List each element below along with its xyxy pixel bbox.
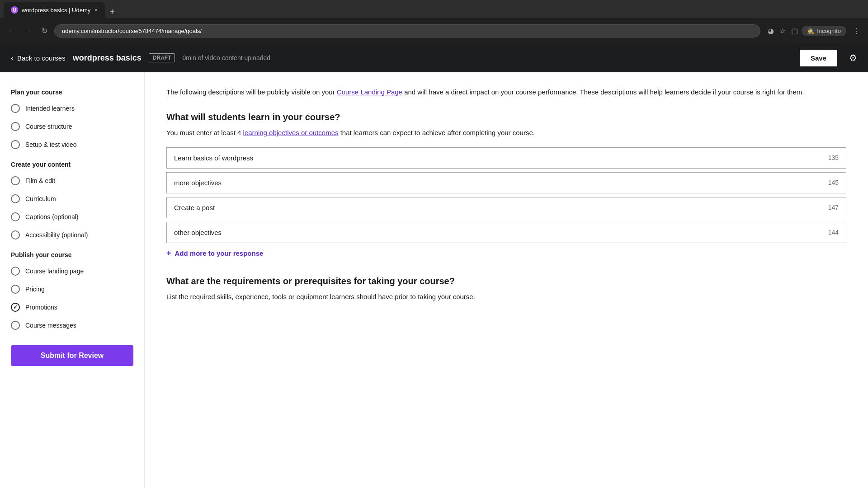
sidebar-item-curriculum[interactable]: Curriculum	[0, 190, 144, 208]
sidebar-item-intended-learners[interactable]: Intended learners	[0, 99, 144, 117]
requirements-text: List the required skills, experience, to…	[166, 292, 846, 302]
submit-for-review-button[interactable]: Submit for Review	[11, 345, 133, 366]
browser-chrome: U wordpress basics | Udemy × + ← → ↻ ude…	[0, 0, 868, 43]
sidebar-item-captions[interactable]: Captions (optional)	[0, 208, 144, 226]
description-text-1: The following descriptions will be publi…	[166, 88, 335, 96]
back-to-courses-label: Back to courses	[17, 54, 66, 62]
char-count-3: 144	[821, 229, 846, 236]
landing-page-link[interactable]: Course Landing Page	[337, 88, 402, 96]
objectives-link[interactable]: learning objectives or outcomes	[243, 129, 339, 136]
address-bar[interactable]: udemy.com/instructor/course/5784474/mana…	[54, 24, 760, 38]
save-button[interactable]: Save	[799, 49, 838, 67]
profile-icon[interactable]: ▢	[791, 27, 798, 35]
description-text-2: and will have a direct impact on your co…	[404, 88, 804, 96]
char-count-2: 147	[821, 204, 846, 211]
add-more-button[interactable]: + Add more to your response	[166, 249, 263, 258]
menu-button[interactable]: ⋮	[850, 24, 863, 37]
content-area: The following descriptions will be publi…	[145, 72, 868, 488]
intended-learners-label: Intended learners	[25, 105, 75, 112]
char-count-1: 145	[821, 179, 846, 186]
tab-title: wordpress basics | Udemy	[22, 7, 90, 14]
pricing-label: Pricing	[25, 286, 45, 293]
back-nav-button[interactable]: ←	[5, 24, 18, 37]
objectives-subtitle-2: that learners can expect to achieve afte…	[340, 129, 535, 136]
browser-nav: ← → ↻ udemy.com/instructor/course/578447…	[0, 18, 868, 43]
back-to-courses-link[interactable]: ‹ Back to courses	[11, 53, 66, 63]
sidebar: Plan your course Intended learners Cours…	[0, 72, 145, 488]
browser-tabs: U wordpress basics | Udemy × +	[0, 0, 868, 18]
back-arrow-icon: ‹	[11, 53, 14, 63]
add-more-label: Add more to your response	[175, 249, 264, 257]
app-header: ‹ Back to courses wordpress basics DRAFT…	[0, 43, 868, 72]
publish-section-title: Publish your course	[0, 244, 144, 262]
objective-row-1: 145	[166, 172, 846, 193]
main-layout: Plan your course Intended learners Cours…	[0, 72, 868, 488]
objective-input-3[interactable]	[167, 222, 821, 243]
film-edit-radio	[11, 176, 20, 185]
pricing-radio	[11, 285, 20, 294]
objective-input-0[interactable]	[167, 148, 821, 168]
requirements-section-title: What are the requirements or prerequisit…	[166, 276, 846, 286]
sidebar-item-setup-test-video[interactable]: Setup & test video	[0, 136, 144, 154]
tab-favicon: U	[11, 6, 18, 14]
promotions-label: Promotions	[25, 304, 57, 311]
setup-test-video-label: Setup & test video	[25, 141, 77, 148]
cast-icon[interactable]: ◕	[768, 27, 774, 35]
sidebar-item-course-structure[interactable]: Course structure	[0, 117, 144, 136]
course-messages-label: Course messages	[25, 322, 76, 329]
sidebar-item-film-edit[interactable]: Film & edit	[0, 172, 144, 190]
course-landing-label: Course landing page	[25, 267, 84, 275]
sidebar-item-pricing[interactable]: Pricing	[0, 280, 144, 298]
course-landing-radio	[11, 267, 20, 276]
nav-icons: ◕ ☆ ▢	[768, 27, 798, 35]
plus-icon: +	[166, 249, 171, 258]
url-text: udemy.com/instructor/course/5784474/mana…	[62, 28, 202, 34]
captions-radio	[11, 212, 20, 221]
course-title: wordpress basics	[73, 53, 142, 63]
objective-input-1[interactable]	[167, 173, 821, 193]
plan-section-title: Plan your course	[0, 81, 144, 99]
objective-row-3: 144	[166, 222, 846, 243]
setup-test-video-radio	[11, 140, 20, 149]
captions-label: Captions (optional)	[25, 213, 79, 221]
settings-gear-icon[interactable]: ⚙	[849, 52, 857, 63]
sidebar-item-course-messages[interactable]: Course messages	[0, 316, 144, 334]
accessibility-label: Accessibility (optional)	[25, 231, 88, 239]
objective-row-0: 135	[166, 147, 846, 169]
video-info: 0min of video content uploaded	[182, 54, 791, 61]
incognito-icon: 🕵	[807, 28, 814, 34]
description-paragraph: The following descriptions will be publi…	[166, 87, 846, 98]
objectives-section-title: What will students learn in your course?	[166, 112, 846, 122]
incognito-badge: 🕵 Incognito	[802, 26, 846, 36]
course-messages-radio	[11, 321, 20, 330]
create-section-title: Create your content	[0, 154, 144, 172]
film-edit-label: Film & edit	[25, 177, 55, 184]
course-structure-radio	[11, 122, 20, 131]
accessibility-radio	[11, 230, 20, 239]
sidebar-item-promotions[interactable]: Promotions	[0, 298, 144, 316]
tab-close-btn[interactable]: ×	[94, 6, 98, 14]
bookmark-icon[interactable]: ☆	[779, 27, 786, 35]
sidebar-item-accessibility[interactable]: Accessibility (optional)	[0, 226, 144, 244]
draft-badge: DRAFT	[149, 53, 175, 62]
reload-button[interactable]: ↻	[38, 24, 51, 37]
sidebar-item-course-landing[interactable]: Course landing page	[0, 262, 144, 280]
incognito-label: Incognito	[817, 28, 841, 34]
char-count-0: 135	[821, 154, 846, 161]
objective-input-2[interactable]	[167, 197, 821, 218]
objectives-subtitle-1: You must enter at least 4	[166, 129, 241, 136]
objective-row-2: 147	[166, 197, 846, 218]
intended-learners-radio	[11, 104, 20, 113]
new-tab-button[interactable]: +	[106, 5, 118, 18]
active-tab[interactable]: U wordpress basics | Udemy ×	[4, 2, 105, 18]
promotions-radio	[11, 303, 20, 312]
course-structure-label: Course structure	[25, 123, 72, 130]
objectives-list: 135 145 147 144	[166, 147, 846, 243]
objectives-subtitle: You must enter at least 4 learning objec…	[166, 128, 846, 138]
curriculum-label: Curriculum	[25, 195, 56, 202]
forward-nav-button[interactable]: →	[22, 24, 34, 37]
curriculum-radio	[11, 194, 20, 203]
